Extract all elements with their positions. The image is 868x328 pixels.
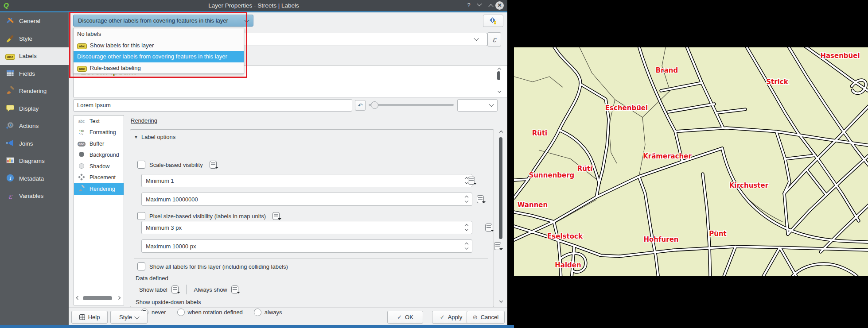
sidebar-item-actions[interactable]: Actions [0, 117, 69, 135]
labeling-mode-combobox[interactable]: Discourage other labels from covering fe… [73, 15, 253, 27]
check-icon: ✓ [397, 314, 402, 320]
icon-wrap [77, 185, 86, 193]
abc-tag-icon: abc [5, 53, 15, 59]
dark-blob-icon [78, 151, 85, 159]
labeling-mode-list: No labelsabcShow labels for this layerDi… [73, 28, 244, 74]
epsilon-icon: ε [8, 192, 12, 201]
scroll-down-icon[interactable] [499, 299, 503, 302]
map-label: Rüti [577, 165, 593, 173]
map-canvas[interactable]: HasenbüelBrandStrickEschenbüelRütiKrämer… [514, 47, 868, 276]
option-label: Show labels for this layer [90, 42, 154, 49]
labeling-mode-option[interactable]: Discourage other labels from covering fe… [74, 51, 244, 62]
close-button[interactable]: ✕ [495, 1, 504, 10]
titlebar[interactable]: Q Layer Properties - Streets | Labels [0, 0, 507, 11]
style-tab-rendering[interactable]: Rendering [74, 183, 124, 195]
data-defined-icon[interactable] [477, 195, 484, 203]
sidebar-item-style[interactable]: Style [0, 30, 69, 48]
shade-button[interactable] [475, 0, 484, 8]
show-all-labels-checkbox[interactable] [137, 262, 145, 270]
screen: Q Layer Properties - Streets | Labels ? … [0, 0, 868, 328]
sidebar-item-display[interactable]: Display [0, 100, 69, 118]
sidebar-item-diagrams[interactable]: Diagrams [0, 152, 69, 170]
maximum-pixel-spinbox[interactable]: Maximum 10000 px [141, 239, 472, 253]
preview-scrollbar[interactable] [497, 71, 500, 80]
info-circle-icon: i [6, 174, 15, 184]
style-tab-shadow[interactable]: Shadow [74, 161, 124, 172]
show-label-label: Show label [139, 286, 167, 293]
upside-down-label: Show upside-down labels [136, 299, 201, 305]
scroll-left-icon[interactable] [76, 296, 80, 300]
sidebar-item-joins[interactable]: Joins [0, 135, 69, 153]
map-label: Sunnenberg [529, 171, 575, 179]
sidebar-item-label: Style [19, 35, 32, 42]
sidebar-item-metadata[interactable]: iMetadata [0, 170, 69, 188]
data-defined-icon[interactable] [210, 161, 217, 169]
revert-font-button[interactable]: ↶ [355, 100, 366, 111]
sidebar-item-rendering[interactable]: Rendering [0, 82, 69, 100]
minimum-scale-spinbox[interactable]: Minimum 1 [141, 174, 472, 187]
style-menu-button[interactable]: Style [110, 311, 148, 324]
scroll-right-icon[interactable] [117, 296, 121, 300]
style-tab-placement[interactable]: Placement [74, 172, 124, 184]
sidebar-item-fields[interactable]: Fields [0, 65, 69, 83]
data-defined-icon[interactable] [468, 177, 475, 185]
automated-placement-button[interactable] [483, 15, 503, 27]
scroll-up-icon[interactable] [499, 131, 503, 134]
style-tab-buffer[interactable]: abcBuffer [74, 138, 124, 150]
footer-bar: Help Style ✓ OK ✓ Apply ⊘ Cancel [69, 307, 507, 325]
map-label: Eschenbüel [605, 104, 648, 112]
labeling-mode-option[interactable]: abcRule-based labeling [74, 62, 244, 74]
expression-builder-button[interactable]: ε [487, 32, 501, 46]
style-tab-formatting[interactable]: +ab< cFormatting [74, 127, 124, 139]
maximize-button[interactable] [487, 3, 495, 11]
labeling-mode-option[interactable]: No labels [74, 28, 244, 40]
ok-button[interactable]: ✓ OK [387, 311, 423, 324]
titlebar-accent [0, 11, 507, 12]
data-defined-icon[interactable] [485, 224, 492, 232]
sidebar-item-labels[interactable]: abcLabels [0, 47, 69, 65]
icon-wrap [5, 34, 15, 43]
spin-arrows-icon[interactable] [465, 196, 468, 203]
labeling-mode-option[interactable]: abcShow labels for this layer [74, 40, 244, 51]
render-brush-icon [6, 86, 15, 96]
map-label: Halden [555, 261, 581, 269]
data-defined-icon[interactable] [272, 212, 280, 220]
icon-wrap [5, 139, 15, 148]
data-defined-icon[interactable] [494, 242, 501, 250]
font-size-slider[interactable] [369, 99, 454, 111]
sidebar-item-label: Labels [19, 53, 37, 59]
panel-vscrollbar[interactable] [499, 137, 502, 239]
label-options-header[interactable]: ▼ Label options [134, 134, 175, 140]
tab-label: Placement [90, 174, 116, 181]
map-label: Brand [656, 66, 678, 74]
slider-handle[interactable] [371, 101, 378, 109]
tab-label: Buffer [90, 141, 104, 147]
style-tab-background[interactable]: Background [74, 150, 124, 161]
label-text-value: Lorem Ipsum [77, 102, 111, 108]
pixel-visibility-checkbox[interactable] [137, 212, 145, 220]
data-defined-icon[interactable] [231, 286, 238, 293]
scroll-up-icon[interactable] [498, 68, 501, 71]
undo-arrow-icon: ↶ [358, 102, 363, 109]
style-tab-text[interactable]: abcText [74, 116, 124, 127]
spin-arrows-icon[interactable] [465, 224, 468, 231]
whatsthis-button[interactable]: ? [464, 1, 473, 9]
size-combobox[interactable] [457, 99, 498, 112]
tab-hscrollbar[interactable] [83, 296, 112, 300]
spin-arrows-icon[interactable] [465, 243, 468, 250]
icon-wrap [77, 174, 86, 181]
data-defined-icon[interactable] [171, 286, 179, 293]
scale-visibility-checkbox[interactable] [137, 161, 145, 169]
sidebar-item-variables[interactable]: εVariables [0, 187, 69, 205]
maximum-scale-spinbox[interactable]: Maximum 10000000 [141, 193, 472, 206]
sidebar-item-label: Joins [19, 140, 33, 147]
apply-button[interactable]: ✓ Apply [432, 311, 470, 324]
scroll-down-icon[interactable] [498, 89, 501, 93]
cancel-button[interactable]: ⊘ Cancel [467, 311, 505, 324]
pixel-visibility-row: Pixel size-based visibility (labels in m… [137, 212, 280, 220]
minimum-pixel-spinbox[interactable]: Minimum 3 px [141, 221, 472, 234]
help-button[interactable]: Help [71, 311, 108, 324]
speech-bubble-icon [6, 104, 15, 114]
sidebar-item-general[interactable]: General [0, 12, 69, 30]
label-text-input[interactable]: Lorem Ipsum [73, 99, 352, 112]
